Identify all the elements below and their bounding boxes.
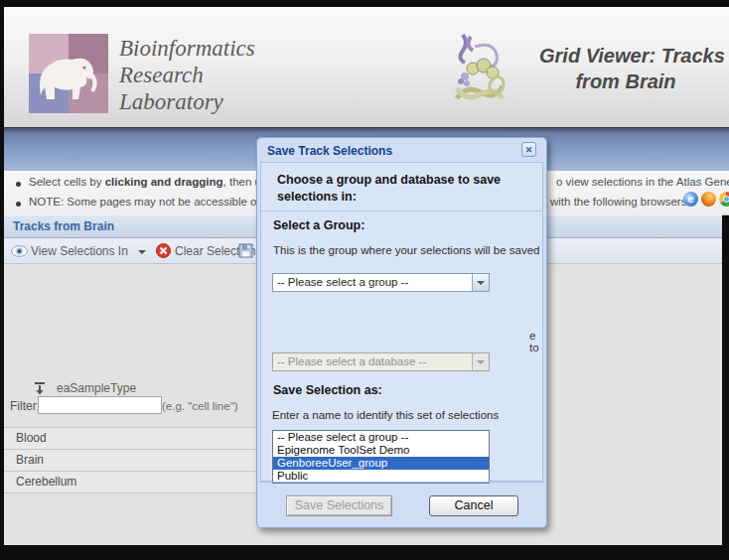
- cancel-button[interactable]: Cancel: [429, 495, 518, 516]
- group-option[interactable]: -- Please select a group --: [273, 431, 489, 444]
- instruction-text: Select cells by: [29, 176, 105, 188]
- dialog-title: Save Track Selections: [267, 144, 392, 158]
- save-selection-as-heading: Save Selection as:: [273, 383, 382, 397]
- instruction-line-2-right: with the following browsers:: [550, 196, 690, 208]
- chevron-down-icon[interactable]: [138, 250, 146, 254]
- group-option-highlighted[interactable]: GenboreeUser_group: [273, 457, 489, 470]
- occluded-text-fragment: e to: [529, 330, 542, 353]
- internet-explorer-icon: e: [683, 192, 698, 207]
- instruction-line-1-right: o view selections in the Atlas Gene Brow…: [556, 176, 729, 188]
- database-select: -- Please select a database --: [272, 352, 490, 371]
- app-title-line2: from Brain: [539, 69, 729, 94]
- section-divider: [261, 210, 542, 211]
- group-dropdown-list: -- Please select a group -- Epigenome To…: [272, 430, 490, 484]
- save-icon: [238, 243, 253, 258]
- save-selection-as-help: Enter a name to identify this set of sel…: [272, 409, 499, 421]
- close-icon[interactable]: ✕: [521, 142, 536, 157]
- instruction-line-2: NOTE: Some pages may not be accessible o…: [29, 196, 272, 208]
- firefox-icon: [701, 192, 716, 207]
- filter-hint: (e.g. "cell line"): [162, 400, 238, 412]
- save-selections-button[interactable]: Save Selections: [286, 495, 392, 516]
- column-header-easampletype[interactable]: eaSampleType: [57, 381, 136, 395]
- dialog-body: Choose a group and database to save sele…: [260, 162, 543, 482]
- database-select-arrow-button: [472, 353, 489, 370]
- group-option[interactable]: Epigenome ToolSet Demo: [273, 444, 489, 457]
- brand-line: Bioinformatics: [119, 35, 255, 62]
- select-group-heading: Select a Group:: [273, 218, 364, 232]
- brand-line: Laboratory: [119, 88, 255, 115]
- group-select[interactable]: -- Please select a group --: [272, 273, 490, 292]
- bullet-icon: [16, 182, 21, 187]
- group-select-arrow-button[interactable]: [472, 274, 489, 291]
- instruction-line-1: Select cells by clicking and dragging, t…: [29, 176, 292, 188]
- sort-descending-icon[interactable]: [33, 381, 47, 395]
- tracks-section-title: Tracks from Brain: [13, 219, 114, 233]
- group-select-value: -- Please select a group --: [277, 276, 408, 288]
- page-header: Bioinformatics Research Laboratory Grid …: [4, 7, 729, 127]
- bullet-icon: [16, 202, 21, 207]
- filter-input[interactable]: [38, 396, 162, 414]
- app-title: Grid Viewer: Tracks from Brain: [539, 43, 729, 94]
- eye-icon: [11, 245, 28, 257]
- clear-selections-icon: [156, 243, 171, 258]
- view-selections-button[interactable]: View Selections In: [31, 244, 128, 258]
- save-track-selections-dialog: Save Track Selections ✕ Choose a group a…: [256, 137, 547, 528]
- database-select-value: -- Please select a database --: [277, 355, 426, 367]
- page: { "header": { "brand_lines": ["Bioinform…: [0, 0, 729, 560]
- footer-divider: [258, 482, 545, 483]
- brl-elephant-logo: [29, 34, 108, 113]
- filter-label: Filter:: [10, 399, 40, 413]
- app-title-line1: Grid Viewer: Tracks: [539, 45, 725, 67]
- instruction-text-bold: clicking and dragging: [105, 176, 223, 188]
- select-group-help: This is the group where your selections …: [273, 244, 539, 256]
- dialog-intro-text: Choose a group and database to save sele…: [277, 172, 527, 206]
- brand-line: Research: [119, 62, 255, 88]
- dropdown-arrow-icon: [477, 281, 485, 285]
- dna-chromosome-logo: [453, 33, 507, 110]
- chrome-icon: [719, 192, 729, 207]
- dropdown-arrow-icon: [477, 360, 485, 364]
- brand-text: Bioinformatics Research Laboratory: [119, 35, 255, 115]
